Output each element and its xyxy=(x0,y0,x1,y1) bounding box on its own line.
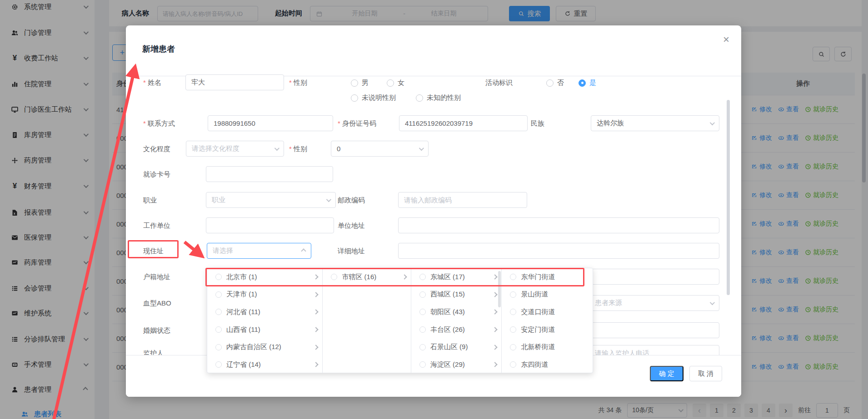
card-no-input[interactable] xyxy=(206,166,333,182)
household-address-label: 户籍地址 xyxy=(143,269,170,285)
option-label: 北京市 (1) xyxy=(226,273,257,281)
detail-address-input[interactable] xyxy=(398,243,719,259)
modal-scrollbar[interactable] xyxy=(727,100,730,295)
phone-label: 联系方式 xyxy=(143,115,175,131)
card-no-label: 就诊卡号 xyxy=(143,166,170,182)
id-number-input[interactable] xyxy=(399,115,528,131)
postal-code-label: 邮政编码 xyxy=(338,192,365,208)
option-label: 朝阳区 (43) xyxy=(430,308,465,316)
option-label: 内蒙古自治区 (12) xyxy=(226,343,281,351)
radio-icon xyxy=(416,94,423,102)
cascader-province-option[interactable]: 河北省 (11) xyxy=(207,303,322,321)
cascader-district-option[interactable]: 西城区 (15) xyxy=(411,286,502,304)
radio-icon xyxy=(546,79,554,87)
cascader-province-option[interactable]: 北京市 (1) xyxy=(207,268,322,286)
cascader-province-option[interactable]: 山西省 (11) xyxy=(207,321,322,339)
option-label: 东华门街道 xyxy=(521,273,555,281)
employer-label: 工作单位 xyxy=(143,217,170,233)
chevron-right-icon xyxy=(314,275,319,280)
gender-female-radio[interactable]: 女 xyxy=(387,79,404,87)
radio-icon xyxy=(331,274,337,280)
option-label: 市辖区 (16) xyxy=(342,273,376,281)
cascader-street-option[interactable]: 东四街道 xyxy=(502,356,593,373)
cascader-district-option[interactable]: 朝阳区 (43) xyxy=(411,303,502,321)
radio-label: 未知的性别 xyxy=(427,94,461,102)
option-label: 天津市 (1) xyxy=(226,290,257,299)
cascader-district-option[interactable]: 石景山区 (9) xyxy=(411,338,502,356)
cascader-province-option[interactable]: 内蒙古自治区 (12) xyxy=(207,338,322,356)
radio-icon xyxy=(215,326,222,333)
radio-icon xyxy=(510,361,516,368)
name-input[interactable] xyxy=(185,74,284,90)
postal-code-input[interactable] xyxy=(398,192,527,208)
cascader-street-option[interactable]: 北新桥街道 xyxy=(502,338,593,356)
radio-icon xyxy=(387,79,394,87)
active-flag-no-radio[interactable]: 否 xyxy=(546,79,564,87)
cancel-button[interactable]: 取 消 xyxy=(689,366,722,381)
patient-source-select[interactable]: 患者来源 xyxy=(589,295,719,311)
cascader-street-option[interactable]: 安定门街道 xyxy=(502,321,593,339)
gender-code-label: 性别 xyxy=(289,141,307,157)
occupation-select[interactable]: 职业 xyxy=(206,192,336,208)
blood-type-label: 血型ABO xyxy=(143,295,171,311)
option-label: 景山街道 xyxy=(521,290,548,299)
education-label: 文化程度 xyxy=(143,141,170,157)
cascader-district-option[interactable]: 海淀区 (29) xyxy=(411,356,502,373)
employer-address-label: 单位地址 xyxy=(338,217,365,233)
radio-icon xyxy=(351,94,358,102)
chevron-down-icon xyxy=(274,145,279,150)
chevron-right-icon xyxy=(314,327,319,332)
gender-code-select[interactable]: 0 xyxy=(331,141,429,157)
chevron-right-icon xyxy=(493,345,498,350)
close-icon[interactable]: × xyxy=(719,33,733,46)
cascader-scrollbar[interactable] xyxy=(498,271,501,307)
option-label: 西城区 (15) xyxy=(430,290,465,299)
app-root: 系统管理 门诊管理 ¥收费工作站 住院管理 门诊医生工作站 库房管理 药房管理 … xyxy=(0,0,868,419)
radio-label: 男 xyxy=(362,79,369,87)
chevron-right-icon xyxy=(493,292,498,297)
education-select[interactable]: 请选择文化程度 xyxy=(186,141,284,157)
ethnicity-select[interactable]: 达斡尔族 xyxy=(591,115,719,131)
name-label: 姓名 xyxy=(143,74,161,90)
current-address-cascader-input[interactable]: 请选择 xyxy=(207,243,311,259)
confirm-button[interactable]: 确 定 xyxy=(650,366,683,381)
employer-address-input[interactable] xyxy=(398,217,719,233)
option-label: 石景山区 (9) xyxy=(430,343,468,351)
radio-label: 否 xyxy=(557,79,564,87)
marital-status-label: 婚姻状态 xyxy=(143,322,170,338)
option-label: 海淀区 (29) xyxy=(430,360,465,369)
cascader-street-option[interactable]: 景山街道 xyxy=(502,286,593,304)
gender-unknown-radio[interactable]: 未知的性别 xyxy=(416,94,461,102)
ethnicity-value: 达斡尔族 xyxy=(597,119,624,128)
chevron-right-icon xyxy=(314,292,319,297)
cascader-district-option[interactable]: 丰台区 (26) xyxy=(411,321,502,339)
chevron-right-icon xyxy=(314,345,319,350)
radio-icon xyxy=(215,344,222,350)
gender-male-radio[interactable]: 男 xyxy=(351,79,369,87)
cascader-city-option[interactable]: 市辖区 (16) xyxy=(323,268,411,286)
radio-icon xyxy=(419,291,426,298)
cascader-street-option[interactable]: 交道口街道 xyxy=(502,303,593,321)
occupation-placeholder: 职业 xyxy=(212,196,225,204)
option-label: 北新桥街道 xyxy=(521,343,555,351)
radio-icon xyxy=(419,274,426,280)
chevron-right-icon xyxy=(493,275,498,280)
option-label: 东四街道 xyxy=(521,360,548,369)
chevron-down-icon xyxy=(710,300,715,305)
chevron-right-icon xyxy=(314,362,319,367)
gender-unstated-radio[interactable]: 未说明性别 xyxy=(351,94,396,102)
chevron-down-icon xyxy=(326,197,331,202)
cascader-district-option[interactable]: 东城区 (17) xyxy=(411,268,502,286)
cascader-province-option[interactable]: 天津市 (1) xyxy=(207,286,322,304)
employer-input[interactable] xyxy=(206,217,334,233)
current-address-label: 现住址 xyxy=(143,243,164,259)
radio-icon xyxy=(510,326,516,333)
option-label: 安定门街道 xyxy=(521,325,555,334)
cascader-street-option[interactable]: 东华门街道 xyxy=(502,268,593,286)
id-number-label: 身份证号码 xyxy=(338,115,376,131)
active-flag-yes-radio[interactable]: 是 xyxy=(579,79,596,87)
phone-input[interactable] xyxy=(208,115,333,131)
current-address-placeholder: 请选择 xyxy=(213,246,233,255)
chevron-right-icon xyxy=(402,275,407,280)
cascader-province-option[interactable]: 辽宁省 (14) xyxy=(207,356,322,373)
